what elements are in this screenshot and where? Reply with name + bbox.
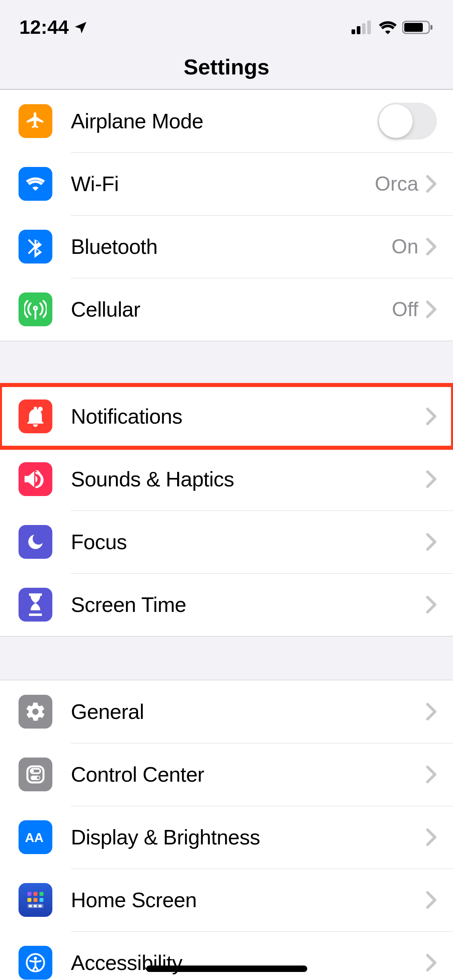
row-label: Screen Time <box>71 593 426 617</box>
chevron-right-icon <box>426 702 437 721</box>
airplane-toggle[interactable] <box>377 103 437 140</box>
row-label: Cellular <box>71 297 392 321</box>
section-connectivity: Airplane Mode Wi-Fi Orca Bluetooth On Ce… <box>0 89 453 341</box>
row-wifi[interactable]: Wi-Fi Orca <box>0 152 453 215</box>
row-airplane-mode[interactable]: Airplane Mode <box>0 90 453 152</box>
section-gap <box>0 636 453 680</box>
status-right <box>352 20 434 35</box>
row-detail: Orca <box>375 172 418 196</box>
page-title: Settings <box>0 54 453 79</box>
chevron-right-icon <box>426 595 437 614</box>
chevron-right-icon <box>426 828 437 846</box>
svg-rect-19 <box>39 898 43 902</box>
chevron-right-icon <box>426 765 437 784</box>
cellular-icon <box>19 292 52 326</box>
svg-point-10 <box>31 770 34 772</box>
control-center-icon <box>19 758 52 791</box>
row-label: Notifications <box>71 404 426 428</box>
row-general[interactable]: General <box>0 680 453 743</box>
row-label: General <box>71 700 426 724</box>
row-label: Focus <box>71 530 426 554</box>
section-system: General Control Center AA Display & Brig… <box>0 680 453 980</box>
chevron-right-icon <box>426 237 437 256</box>
row-label: Bluetooth <box>71 235 391 259</box>
svg-rect-1 <box>357 26 360 34</box>
svg-rect-6 <box>430 25 432 30</box>
chevron-right-icon <box>426 533 437 551</box>
chevron-right-icon <box>426 175 437 193</box>
row-label: Wi-Fi <box>71 172 375 196</box>
row-focus[interactable]: Focus <box>0 511 453 573</box>
row-label: Display & Brightness <box>71 825 426 849</box>
row-display-brightness[interactable]: AA Display & Brightness <box>0 806 453 869</box>
svg-point-25 <box>34 957 37 960</box>
svg-point-7 <box>38 407 43 412</box>
status-bar: 12:44 <box>0 0 453 54</box>
svg-rect-3 <box>367 21 371 34</box>
row-label: Control Center <box>71 762 426 786</box>
general-icon <box>19 695 52 729</box>
svg-rect-5 <box>404 23 423 32</box>
svg-rect-18 <box>33 898 37 902</box>
chevron-right-icon <box>426 300 437 319</box>
svg-point-12 <box>37 776 39 779</box>
status-time: 12:44 <box>19 16 69 38</box>
svg-rect-22 <box>34 905 37 907</box>
row-control-center[interactable]: Control Center <box>0 743 453 806</box>
svg-rect-17 <box>27 898 31 902</box>
screen-time-icon <box>19 588 52 622</box>
svg-rect-14 <box>27 892 31 896</box>
svg-rect-2 <box>362 23 366 34</box>
svg-rect-16 <box>39 892 43 896</box>
sounds-icon <box>19 462 52 496</box>
row-screen-time[interactable]: Screen Time <box>0 573 453 636</box>
row-bluetooth[interactable]: Bluetooth On <box>0 215 453 278</box>
row-label: Airplane Mode <box>71 109 377 133</box>
home-screen-icon <box>19 883 52 917</box>
battery-icon <box>402 20 434 35</box>
section-alerts: Notifications Sounds & Haptics Focus Scr… <box>0 385 453 636</box>
row-cellular[interactable]: Cellular Off <box>0 278 453 341</box>
svg-rect-21 <box>29 905 32 907</box>
row-detail: On <box>391 235 418 258</box>
navbar: Settings <box>0 54 453 89</box>
svg-rect-15 <box>33 892 37 896</box>
location-icon <box>74 20 88 35</box>
notifications-icon <box>19 399 52 433</box>
accessibility-icon <box>19 946 52 980</box>
display-icon: AA <box>19 820 52 854</box>
row-label: Home Screen <box>71 888 426 912</box>
chevron-right-icon <box>426 470 437 488</box>
status-left: 12:44 <box>19 16 88 38</box>
row-notifications[interactable]: Notifications <box>0 385 453 448</box>
row-label: Sounds & Haptics <box>71 467 426 491</box>
row-sounds-haptics[interactable]: Sounds & Haptics <box>0 448 453 511</box>
chevron-right-icon <box>426 407 437 426</box>
svg-rect-23 <box>39 905 41 907</box>
wifi-status-icon <box>378 21 397 34</box>
section-gap <box>0 341 453 385</box>
svg-rect-0 <box>352 29 355 34</box>
row-accessibility[interactable]: Accessibility <box>0 931 453 980</box>
bluetooth-icon <box>19 230 52 264</box>
chevron-right-icon <box>426 891 437 909</box>
focus-icon <box>19 525 52 559</box>
home-indicator[interactable] <box>146 966 307 972</box>
row-home-screen[interactable]: Home Screen <box>0 869 453 931</box>
row-detail: Off <box>392 298 418 321</box>
cellular-signal-icon <box>352 21 373 34</box>
chevron-right-icon <box>426 953 437 972</box>
airplane-icon <box>19 104 52 138</box>
svg-text:AA: AA <box>25 830 43 845</box>
wifi-icon <box>19 167 52 201</box>
